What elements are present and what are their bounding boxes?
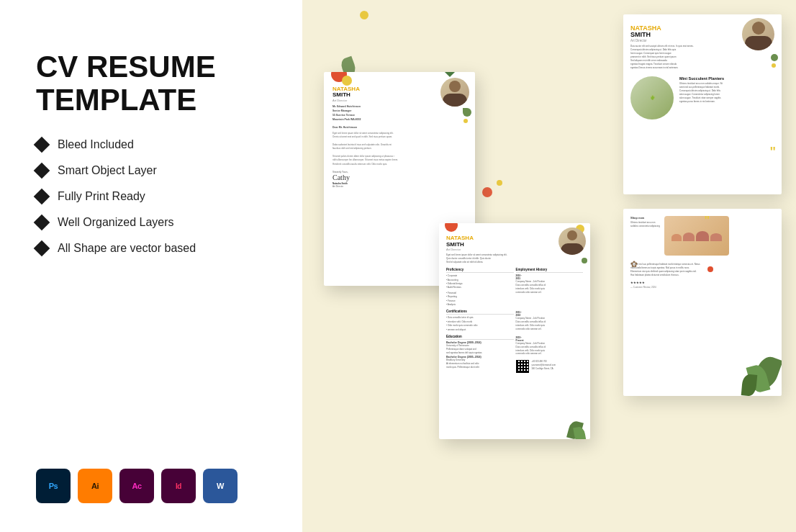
left-panel: CV RESUMETEMPLATE Bleed Included Smart O… bbox=[0, 0, 302, 532]
acrobat-icon: Ac bbox=[119, 469, 154, 503]
feature-print-label: Fully Print Ready bbox=[58, 190, 145, 203]
feature-smart-label: Smart Object Layer bbox=[58, 164, 157, 177]
feature-layers: Well Organized Layers bbox=[36, 216, 266, 229]
features-list: Bleed Included Smart Object Layer Fully … bbox=[36, 138, 266, 255]
resume-top-right: NATASHA SMITH Art Director Duis auctor e… bbox=[623, 14, 782, 194]
resume-page-bottom: NATASHA SMITH Art Director Eget sed lore… bbox=[439, 223, 590, 439]
indesign-icon: Id bbox=[161, 469, 196, 503]
diamond-icon bbox=[34, 189, 50, 205]
illustrator-icon: Ai bbox=[78, 469, 112, 503]
feature-print: Fully Print Ready bbox=[36, 190, 266, 203]
product-bottom-right: Shop now Ultrices tincidunt arcu nonsoda… bbox=[623, 209, 782, 396]
diamond-icon bbox=[34, 240, 50, 257]
feature-bleed: Bleed Included bbox=[36, 138, 266, 151]
feature-layers-label: Well Organized Layers bbox=[58, 216, 174, 229]
diamond-icon bbox=[34, 163, 50, 179]
right-panel: NATASHA SMITH Art Director Mr. Edward Hu… bbox=[302, 0, 796, 532]
feature-vector-label: All Shape are vector based bbox=[58, 242, 196, 255]
photoshop-icon: Ps bbox=[36, 469, 71, 503]
software-icons: Ps Ai Ac Id W bbox=[36, 469, 266, 503]
feature-bleed-label: Bleed Included bbox=[58, 138, 134, 151]
word-icon: W bbox=[203, 469, 238, 503]
feature-vector: All Shape are vector based bbox=[36, 242, 266, 255]
diamond-icon bbox=[34, 137, 50, 153]
diamond-icon bbox=[34, 215, 50, 231]
feature-smart: Smart Object Layer bbox=[36, 164, 266, 177]
main-title: CV RESUMETEMPLATE bbox=[36, 50, 266, 117]
